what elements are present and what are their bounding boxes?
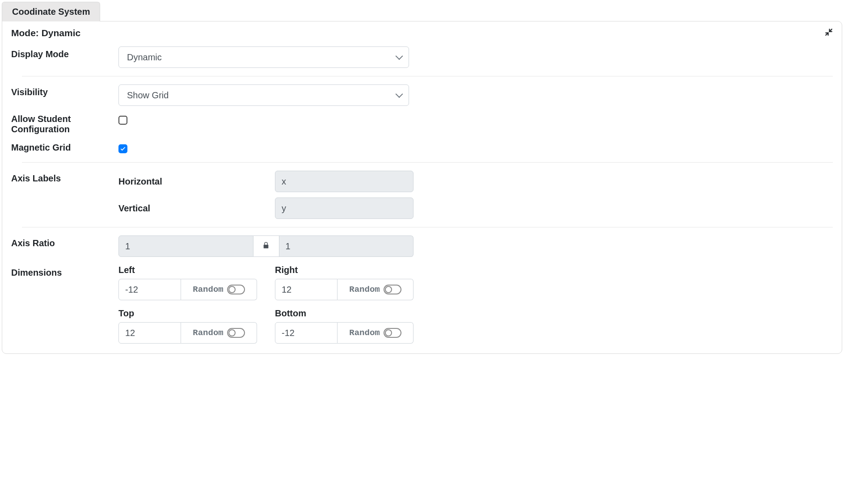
vertical-label: Vertical (118, 203, 275, 214)
magnetic-grid-label: Magnetic Grid (11, 143, 118, 153)
dim-top-label: Top (118, 308, 257, 319)
dimensions-label: Dimensions (11, 265, 118, 278)
axis-labels-label: Axis Labels (11, 171, 118, 184)
dim-top-random[interactable]: Random (181, 322, 257, 344)
axis-ratio-a-input[interactable] (118, 235, 253, 257)
magnetic-grid-checkbox[interactable] (118, 144, 127, 153)
allow-student-config-label: Allow Student Configuration (11, 114, 118, 134)
axis-ratio-b-input[interactable] (279, 235, 414, 257)
horizontal-label: Horizontal (118, 176, 275, 187)
axis-label-horizontal-input[interactable] (275, 171, 414, 192)
tab-coordinate-system[interactable]: Coodinate System (2, 2, 100, 21)
dim-right-label: Right (275, 265, 414, 275)
allow-student-config-checkbox[interactable] (118, 116, 127, 125)
divider (22, 76, 833, 76)
panel-title: Mode: Dynamic (11, 28, 80, 38)
dim-left-input[interactable] (118, 279, 181, 300)
settings-panel: Mode: Dynamic Display Mode Dynamic Visib… (2, 21, 842, 354)
dim-top-random-toggle[interactable] (227, 328, 245, 338)
dim-bottom-input[interactable] (275, 322, 338, 344)
random-label: Random (349, 285, 380, 294)
divider (22, 162, 833, 163)
dim-top-input[interactable] (118, 322, 181, 344)
display-mode-select[interactable]: Dynamic (118, 46, 409, 68)
dim-left-random-toggle[interactable] (227, 285, 245, 294)
dim-bottom-random-toggle[interactable] (384, 328, 401, 338)
dim-right-random-toggle[interactable] (384, 285, 401, 294)
random-label: Random (349, 328, 380, 338)
tab-label: Coodinate System (12, 7, 90, 17)
dim-bottom-random[interactable]: Random (338, 322, 414, 344)
dim-left-label: Left (118, 265, 257, 275)
collapse-icon[interactable] (825, 28, 833, 38)
visibility-label: Visibility (11, 84, 118, 97)
divider (22, 227, 833, 227)
visibility-select[interactable]: Show Grid (118, 84, 409, 106)
lock-icon (262, 241, 270, 252)
dim-right-random[interactable]: Random (338, 279, 414, 300)
random-label: Random (193, 328, 223, 338)
axis-ratio-label: Axis Ratio (11, 235, 118, 248)
axis-label-vertical-input[interactable] (275, 197, 414, 219)
dim-bottom-label: Bottom (275, 308, 414, 319)
dim-right-input[interactable] (275, 279, 338, 300)
dim-left-random[interactable]: Random (181, 279, 257, 300)
random-label: Random (193, 285, 223, 294)
axis-ratio-lock-button[interactable] (253, 235, 279, 257)
display-mode-label: Display Mode (11, 46, 118, 59)
